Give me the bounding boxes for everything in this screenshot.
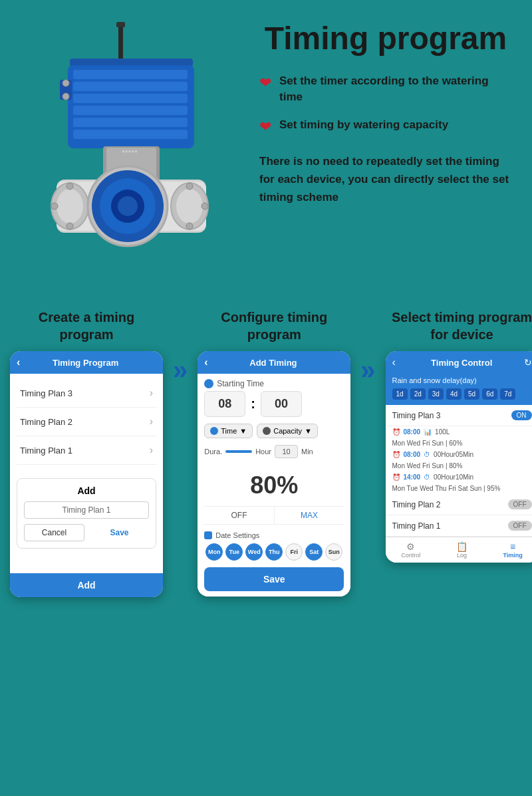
svg-point-19 <box>66 183 73 190</box>
plan1-name: Timing Plan 1 <box>392 521 441 531</box>
entry2-icon: ⏱ <box>424 451 430 458</box>
plan3-toggle[interactable]: ON <box>511 410 532 420</box>
svg-text:●●●●●: ●●●●● <box>122 148 138 154</box>
time-separator: : <box>251 396 255 412</box>
phone1-mockup: ‹ Timing Program Timing Plan 3 › Timing … <box>10 351 163 597</box>
entry1-detail: 100L <box>435 428 450 436</box>
date-settings-label: Date Settings <box>204 531 344 539</box>
day-tue[interactable]: Tue <box>225 543 243 561</box>
svg-point-25 <box>186 223 193 229</box>
plan3-name: Timing Plan 3 <box>392 411 441 420</box>
day-tab-2d[interactable]: 2d <box>410 388 426 400</box>
day-fri[interactable]: Fri <box>285 543 303 561</box>
time-dropdown[interactable]: Time ▼ <box>204 424 253 438</box>
day-tab-7d[interactable]: 7d <box>500 388 515 400</box>
day-tab-4d[interactable]: 4d <box>446 388 462 400</box>
day-sat[interactable]: Sat <box>305 543 323 561</box>
day-tab-6d[interactable]: 6d <box>482 388 497 400</box>
svg-point-23 <box>176 189 203 223</box>
footer-control[interactable]: ⚙ Control <box>386 537 437 563</box>
entry3-time: 14:00 <box>404 473 421 481</box>
svg-rect-4 <box>73 70 188 79</box>
capacity-dropdown[interactable]: Capacity ▼ <box>257 424 318 438</box>
min-input[interactable]: 10 <box>275 445 298 458</box>
svg-point-18 <box>57 189 83 223</box>
svg-point-31 <box>118 196 138 216</box>
footer-log[interactable]: 📋 Log <box>436 537 487 563</box>
plan3-entry2-days: Mon Wed Fri Sun | 80% <box>386 460 533 471</box>
phone2-mockup: ‹ Add Timing Starting Time 08 : 00 <box>198 351 350 597</box>
timing-list-item-3[interactable]: Timing Plan 3 › <box>17 379 156 408</box>
rain-delay-row: Rain and snow delay(day) <box>386 374 533 388</box>
entry2-days-text: Mon Wed Fri Sun | 80% <box>392 462 463 469</box>
svg-rect-0 <box>118 23 123 60</box>
off-button[interactable]: OFF <box>204 507 275 524</box>
entry3-detail: 00Hour10Min <box>434 473 473 481</box>
day-sun[interactable]: Sun <box>325 543 342 561</box>
time-display: 08 : 00 <box>204 391 344 417</box>
svg-point-20 <box>66 223 73 229</box>
bottom-section: Create a timing program ‹ Timing Program… <box>0 295 532 617</box>
day-wed[interactable]: Wed <box>245 543 263 561</box>
save-timing-button[interactable]: Save <box>204 567 344 591</box>
right-info-panel: Timing program ❤ Set the timer according… <box>246 20 512 206</box>
arrow-2: » <box>360 309 375 385</box>
max-button[interactable]: MAX <box>275 507 344 524</box>
day-tab-5d[interactable]: 5d <box>464 388 479 400</box>
svg-point-24 <box>186 183 193 190</box>
back-arrow-3[interactable]: ‹ <box>392 356 396 368</box>
entry2-clock: ⏰ <box>392 451 400 458</box>
column3-title: Select timing program for device <box>386 309 533 343</box>
back-arrow-1[interactable]: ‹ <box>17 356 20 368</box>
phone1-footer[interactable]: Add <box>10 573 163 597</box>
day-tab-1d[interactable]: 1d <box>392 388 408 400</box>
svg-point-21 <box>51 203 58 209</box>
plan3-entry3-days: Mon Tue Wed Thu Fri Sat Sun | 95% <box>386 483 533 494</box>
timing-list-item-2[interactable]: Timing Plan 2 › <box>17 408 156 436</box>
svg-rect-1 <box>116 22 125 27</box>
heart-icon-1: ❤ <box>259 74 271 92</box>
day-tabs: 1d 2d 3d 4d 5d 6d 7d <box>386 388 533 405</box>
plan1-toggle[interactable]: OFF <box>508 521 532 531</box>
phone3-body: Timing Plan 3 ON ⏰ 08:00 📊 100L Mon Wed … <box>386 405 533 537</box>
entry2-time: 08:00 <box>404 451 421 458</box>
entry2-detail: 00Hour05Min <box>434 451 473 458</box>
log-icon: 📋 <box>438 541 485 552</box>
dialog-title: Add <box>24 485 149 496</box>
description-text: There is no need to repeatedly set the t… <box>259 152 512 207</box>
phone3-header-title: Timing Control <box>400 358 524 368</box>
entry1-time: 08:00 <box>404 428 421 436</box>
cancel-button[interactable]: Cancel <box>24 524 84 541</box>
feature-item-2: ❤ Set timing by watering capacity <box>259 117 512 136</box>
product-image-area: ●●●●● <box>20 20 246 282</box>
svg-rect-9 <box>73 130 188 139</box>
footer-timing[interactable]: ≡ Timing <box>487 537 532 563</box>
phone3-footer: ⚙ Control 📋 Log ≡ Timing <box>386 537 533 563</box>
refresh-icon[interactable]: ↻ <box>524 357 532 368</box>
day-tab-3d[interactable]: 3d <box>428 388 444 400</box>
entry1-icon: 📊 <box>424 428 432 436</box>
phone2-header-title: Add Timing <box>213 358 334 368</box>
feature-text-1: Set the timer according to the watering … <box>279 73 512 105</box>
product-illustration: ●●●●● <box>20 20 233 279</box>
day-thu[interactable]: Thu <box>265 543 283 561</box>
column2-title: Configure timing program <box>198 309 350 343</box>
hour-box[interactable]: 08 <box>204 391 245 417</box>
save-button-dialog[interactable]: Save <box>90 524 149 541</box>
dialog-buttons: Cancel Save <box>24 524 149 541</box>
day-mon[interactable]: Mon <box>205 543 223 561</box>
svg-rect-8 <box>73 118 188 127</box>
back-arrow-2[interactable]: ‹ <box>204 356 207 368</box>
svg-rect-6 <box>73 94 188 103</box>
minute-box[interactable]: 00 <box>261 391 302 417</box>
entry3-clock: ⏰ <box>392 473 400 481</box>
dialog-input[interactable]: Timing Plan 1 <box>24 501 149 519</box>
entry1-clock: ⏰ <box>392 428 400 436</box>
timing-icon: ≡ <box>489 541 532 552</box>
column-configure: Configure timing program ‹ Add Timing St… <box>198 309 350 597</box>
dropdowns-row: Time ▼ Capacity ▼ <box>204 424 344 438</box>
phone3-mockup: ‹ Timing Control ↻ Rain and snow delay(d… <box>386 351 533 563</box>
timing-list-item-1[interactable]: Timing Plan 1 › <box>17 436 156 465</box>
svg-rect-5 <box>73 82 188 91</box>
plan2-toggle[interactable]: OFF <box>508 499 532 509</box>
